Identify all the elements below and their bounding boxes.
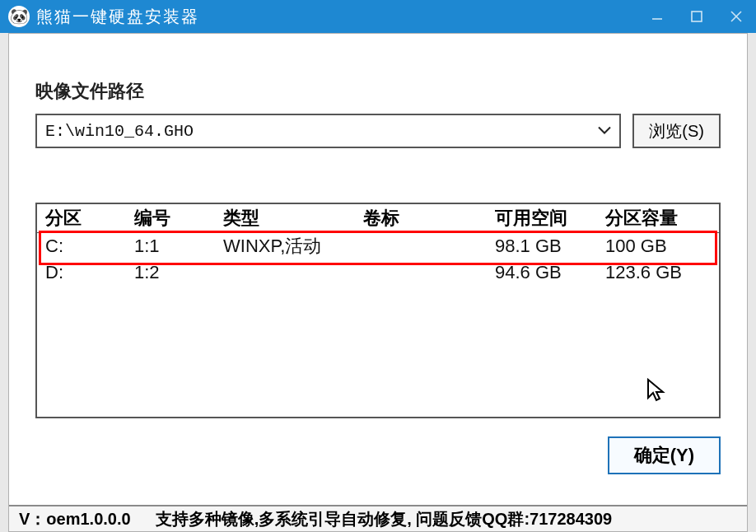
client-area: 映像文件路径 E:\win10_64.GHO 浏览(S) 分区编号类型卷标可用空… bbox=[8, 33, 748, 532]
partition-table-header: 分区编号类型卷标可用空间分区容量 bbox=[37, 204, 719, 233]
column-header[interactable]: 编号 bbox=[134, 206, 223, 231]
title-bar: 🐼 熊猫一键硬盘安装器 bbox=[0, 0, 756, 33]
dropdown-icon[interactable] bbox=[596, 122, 613, 141]
cell-drive: D: bbox=[45, 262, 134, 283]
partition-table: 分区编号类型卷标可用空间分区容量 C:1:1WINXP,活动98.1 GB100… bbox=[35, 203, 721, 418]
cell-index: 1:2 bbox=[134, 262, 223, 283]
cell-drive: C: bbox=[45, 236, 134, 257]
version-label: V：oem1.0.0.0 bbox=[19, 508, 131, 530]
table-row[interactable]: C:1:1WINXP,活动98.1 GB100 GB bbox=[37, 233, 719, 259]
browse-button[interactable]: 浏览(S) bbox=[632, 114, 721, 148]
column-header[interactable]: 卷标 bbox=[363, 206, 495, 231]
minimize-button[interactable] bbox=[637, 0, 677, 33]
column-header[interactable]: 分区容量 bbox=[605, 206, 721, 231]
cell-free: 94.6 GB bbox=[495, 262, 605, 283]
maximize-button[interactable] bbox=[677, 0, 716, 33]
image-path-input[interactable]: E:\win10_64.GHO bbox=[35, 114, 621, 148]
confirm-button[interactable]: 确定(Y) bbox=[608, 436, 721, 474]
table-row[interactable]: D:1:294.6 GB123.6 GB bbox=[37, 259, 719, 286]
column-header[interactable]: 类型 bbox=[223, 206, 363, 231]
app-title: 熊猫一键硬盘安装器 bbox=[36, 6, 199, 28]
image-path-label: 映像文件路径 bbox=[35, 79, 721, 104]
column-header[interactable]: 可用空间 bbox=[495, 206, 605, 231]
status-bar: V：oem1.0.0.0 支持多种镜像,多系统引导自动修复, 问题反馈QQ群:7… bbox=[9, 505, 747, 531]
cell-total: 123.6 GB bbox=[605, 262, 721, 283]
column-header[interactable]: 分区 bbox=[45, 206, 134, 231]
cell-index: 1:1 bbox=[134, 236, 223, 257]
footer-note: 支持多种镜像,多系统引导自动修复, 问题反馈QQ群:717284309 bbox=[156, 508, 613, 530]
svg-rect-1 bbox=[692, 12, 702, 21]
app-icon: 🐼 bbox=[8, 6, 30, 27]
cell-type: WINXP,活动 bbox=[223, 234, 363, 259]
cell-total: 100 GB bbox=[605, 236, 721, 257]
close-button[interactable] bbox=[716, 0, 756, 33]
cell-free: 98.1 GB bbox=[495, 236, 605, 257]
image-path-value: E:\win10_64.GHO bbox=[45, 122, 194, 141]
